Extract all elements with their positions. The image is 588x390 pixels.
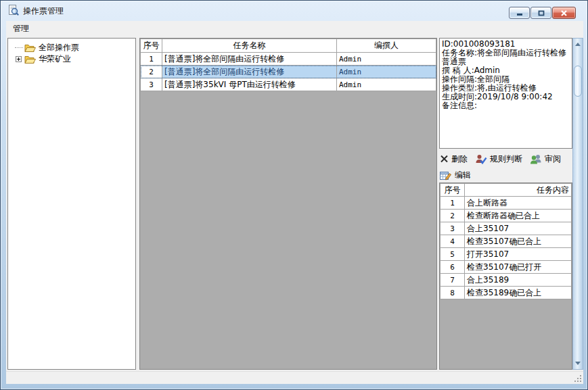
details-line: 任务名称:将全部间隔由运行转检修 普通票	[442, 49, 570, 66]
task-header-name[interactable]: 任务名称	[162, 39, 337, 53]
menu-item-manage[interactable]: 管理	[8, 21, 34, 36]
status-bar	[6, 371, 583, 384]
task-cell-author: Admin	[337, 53, 436, 66]
steps-header-content[interactable]: 任务内容	[465, 184, 572, 197]
app-window: 操作票管理 管理 全部	[0, 0, 588, 390]
task-cell-no: 1	[141, 53, 162, 66]
task-table-header-row: 序号 任务名称 编撰人	[141, 39, 436, 53]
step-row[interactable]: 2 检查断路器确已合上	[440, 210, 572, 222]
task-cell-no: 3	[141, 78, 162, 91]
close-button[interactable]	[552, 7, 576, 19]
task-cell-no: 2	[141, 66, 162, 78]
review-button[interactable]: 审阅	[530, 153, 561, 165]
tree-item-label: 华荣矿业	[36, 53, 71, 65]
person-check-icon	[475, 154, 487, 164]
detail-panel: ID:001008093181任务名称:将全部间隔由运行转检修 普通票撰 稿 人…	[439, 38, 572, 370]
step-cell-no: 6	[440, 261, 465, 274]
task-cell-author: Admin	[337, 78, 436, 91]
tree-connector	[14, 47, 23, 48]
ticket-tree[interactable]: 全部操作票 华荣矿业	[7, 38, 136, 370]
step-row[interactable]: 4 检查35107确已合上	[440, 235, 572, 248]
step-cell-no: 1	[440, 197, 465, 210]
tree-item[interactable]: 全部操作票	[8, 42, 135, 53]
scrollbar-thumb[interactable]	[574, 66, 582, 97]
delete-button-label: 删除	[451, 153, 468, 165]
details-line: 备注信息:	[442, 101, 570, 110]
steps-table-body: 1 合上断路器 2 检查断路器确已合上 3 合上35107 4 检查35107确…	[440, 197, 572, 299]
step-cell-content: 合上35107	[465, 222, 572, 235]
task-list-panel: 序号 任务名称 编撰人 1 [普通票]将全部间隔由运行转检修 Admin 2 […	[139, 38, 437, 370]
step-cell-content: 打开35107	[465, 248, 572, 261]
folder-icon	[24, 43, 36, 53]
menu-bar: 管理	[6, 21, 583, 36]
tree-item[interactable]: 华荣矿业	[8, 53, 135, 65]
rule-check-button[interactable]: 规则判断	[475, 153, 522, 165]
minimize-icon	[516, 10, 523, 16]
step-row[interactable]: 6 检查35107确已打开	[440, 261, 572, 274]
close-icon	[560, 10, 568, 16]
tree-item-label: 全部操作票	[36, 42, 79, 53]
edit-grid-pencil-icon	[440, 170, 452, 180]
window-controls	[509, 7, 576, 19]
steps-header-no[interactable]: 序号	[440, 184, 465, 197]
resize-grip[interactable]	[573, 374, 581, 382]
expand-plus-icon[interactable]	[16, 55, 22, 64]
folder-icon	[24, 55, 36, 64]
details-text: ID:001008093181任务名称:将全部间隔由运行转检修 普通票撰 稿 人…	[439, 38, 572, 149]
task-table-body: 1 [普通票]将全部间隔由运行转检修 Admin 2 [普通票]将全部间隔由运行…	[141, 53, 436, 91]
steps-table-header-row: 序号 任务内容	[440, 184, 572, 197]
maximize-button[interactable]	[530, 7, 551, 19]
step-cell-no: 4	[440, 235, 465, 248]
client-area: 管理 全部操作票	[6, 21, 583, 384]
steps-panel: 序号 任务内容 1 合上断路器 2 检查断路器确已合上 3 合上35107 4 …	[439, 182, 572, 370]
content-area: 全部操作票 华荣矿业 序号 任务名称	[6, 36, 583, 371]
step-cell-content: 合上断路器	[465, 197, 572, 210]
step-cell-no: 2	[440, 210, 465, 222]
review-button-label: 审阅	[545, 153, 561, 165]
actions-toolbar: 删除 规则判断	[440, 151, 572, 167]
delete-x-icon	[440, 155, 449, 163]
step-row[interactable]: 3 合上35107	[440, 222, 572, 235]
app-magnifier-icon	[8, 5, 19, 18]
step-cell-content: 检查35107确已合上	[465, 235, 572, 248]
task-row[interactable]: 2 [普通票]将全部间隔由运行转检修 Admin	[141, 66, 436, 78]
task-cell-name: [普通票]将全部间隔由运行转检修	[162, 66, 337, 78]
title-bar[interactable]: 操作票管理	[1, 1, 587, 21]
tree-connector	[14, 55, 23, 64]
window-title: 操作票管理	[23, 5, 64, 17]
scrollbar-down-icon[interactable]	[575, 362, 581, 365]
edit-button-label: 编辑	[455, 170, 471, 181]
edit-button[interactable]: 编辑	[440, 170, 471, 181]
task-cell-name: [普通票]将35kVⅠ 母PT由运行转检修	[162, 78, 337, 91]
step-cell-no: 7	[440, 274, 465, 287]
step-cell-content: 合上35189	[465, 274, 572, 287]
step-row[interactable]: 8 检查35189确已合上	[440, 287, 572, 299]
step-cell-no: 8	[440, 287, 465, 299]
step-row[interactable]: 5 打开35107	[440, 248, 572, 261]
step-row[interactable]: 1 合上断路器	[440, 197, 572, 210]
task-header-author[interactable]: 编撰人	[337, 39, 436, 53]
task-header-no[interactable]: 序号	[141, 39, 162, 53]
vertical-scrollbar[interactable]	[572, 38, 583, 370]
task-row[interactable]: 3 [普通票]将35kVⅠ 母PT由运行转检修 Admin	[141, 78, 436, 91]
step-cell-content: 检查断路器确已合上	[465, 210, 572, 222]
task-table: 序号 任务名称 编撰人 1 [普通票]将全部间隔由运行转检修 Admin 2 […	[140, 39, 436, 91]
two-persons-icon	[530, 154, 542, 164]
delete-button[interactable]: 删除	[440, 153, 468, 165]
task-row[interactable]: 1 [普通票]将全部间隔由运行转检修 Admin	[141, 53, 436, 66]
edit-toolbar: 编辑	[440, 168, 572, 182]
step-cell-no: 3	[440, 222, 465, 235]
maximize-icon	[538, 10, 545, 16]
steps-table: 序号 任务内容 1 合上断路器 2 检查断路器确已合上 3 合上35107 4 …	[440, 183, 572, 299]
task-cell-author: Admin	[337, 66, 436, 78]
minimize-button[interactable]	[509, 7, 530, 19]
step-row[interactable]: 7 合上35189	[440, 274, 572, 287]
step-cell-content: 检查35189确已合上	[465, 287, 572, 299]
rule-check-button-label: 规则判断	[490, 153, 522, 165]
step-cell-content: 检查35107确已打开	[465, 261, 572, 274]
step-cell-no: 5	[440, 248, 465, 261]
scrollbar-up-icon[interactable]	[575, 43, 581, 46]
task-cell-name: [普通票]将全部间隔由运行转检修	[162, 53, 337, 66]
